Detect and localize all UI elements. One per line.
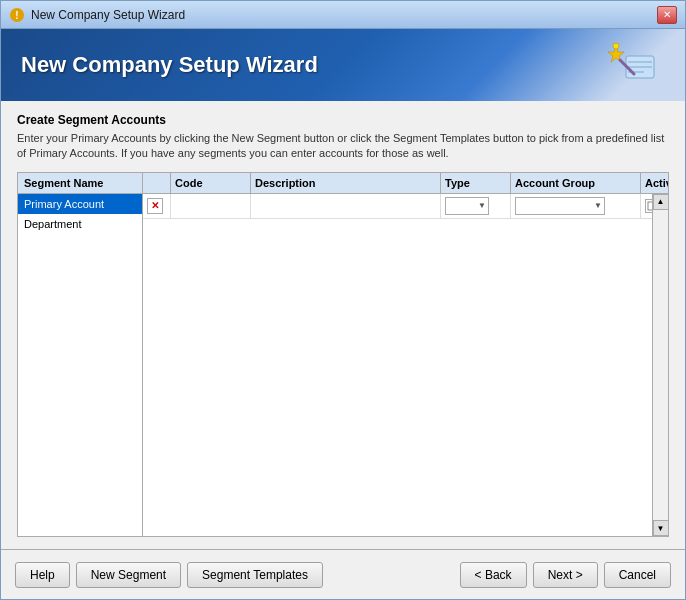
grid-cell-description xyxy=(251,194,441,218)
help-button[interactable]: Help xyxy=(15,562,70,588)
grid-cell-type: ▼ xyxy=(441,194,511,218)
cancel-button[interactable]: Cancel xyxy=(604,562,671,588)
scroll-up-button[interactable]: ▲ xyxy=(653,194,669,210)
active-checkbox[interactable] xyxy=(645,199,652,213)
app-icon: ! xyxy=(9,7,25,23)
grid-cell-code xyxy=(171,194,251,218)
delete-row-button[interactable]: ✕ xyxy=(147,198,163,214)
grid-header-code: Code xyxy=(171,173,251,193)
grid-cell-account-group: ▼ xyxy=(511,194,641,218)
code-input[interactable] xyxy=(175,200,246,212)
scroll-down-button[interactable]: ▼ xyxy=(653,520,669,536)
main-window: ! New Company Setup Wizard ✕ New Company… xyxy=(0,0,686,600)
grid-cell-active xyxy=(641,194,652,218)
grid-rows-area: ✕ ▼ xyxy=(143,194,652,536)
type-dropdown[interactable]: ▼ xyxy=(445,197,489,215)
account-group-dropdown-arrow: ▼ xyxy=(594,201,602,210)
grid-header-active: Active xyxy=(641,173,668,193)
grid-cell-delete: ✕ xyxy=(143,194,171,218)
segment-item-department[interactable]: Department xyxy=(18,214,142,234)
wizard-icon xyxy=(605,37,665,93)
segment-templates-button[interactable]: Segment Templates xyxy=(187,562,323,588)
back-label: < Back xyxy=(475,568,512,582)
svg-text:!: ! xyxy=(15,10,18,21)
main-panel: Segment Name Primary Account Department … xyxy=(17,172,669,537)
table-row: ✕ ▼ xyxy=(143,194,652,219)
segment-list: Segment Name Primary Account Department xyxy=(18,173,143,536)
account-group-dropdown[interactable]: ▼ xyxy=(515,197,605,215)
title-bar-text: New Company Setup Wizard xyxy=(31,8,657,22)
grid-header-delete xyxy=(143,173,171,193)
title-bar: ! New Company Setup Wizard ✕ xyxy=(1,1,685,29)
footer-right: < Back Next > Cancel xyxy=(460,562,671,588)
grid-header: Code Description Type Account Group Acti… xyxy=(143,173,668,194)
vertical-scrollbar[interactable]: ▲ ▼ xyxy=(652,194,668,536)
grid-header-type: Type xyxy=(441,173,511,193)
segment-item-primary-account[interactable]: Primary Account xyxy=(18,194,142,214)
description-input[interactable] xyxy=(255,200,436,212)
content-area: Create Segment Accounts Enter your Prima… xyxy=(1,101,685,549)
grid-area: Code Description Type Account Group Acti… xyxy=(143,173,668,536)
segment-list-header: Segment Name xyxy=(18,173,142,194)
header-title: New Company Setup Wizard xyxy=(21,52,318,78)
footer: Help New Segment Segment Templates < Bac… xyxy=(1,549,685,599)
svg-point-8 xyxy=(613,43,619,49)
type-dropdown-arrow: ▼ xyxy=(478,201,486,210)
close-button[interactable]: ✕ xyxy=(657,6,677,24)
section-title: Create Segment Accounts xyxy=(17,113,669,127)
new-segment-button[interactable]: New Segment xyxy=(76,562,181,588)
grid-header-description: Description xyxy=(251,173,441,193)
grid-header-account-group: Account Group xyxy=(511,173,641,193)
grid-body-container: ✕ ▼ xyxy=(143,194,668,536)
next-label: Next > xyxy=(548,568,583,582)
back-button[interactable]: < Back xyxy=(460,562,527,588)
section-description: Enter your Primary Accounts by clicking … xyxy=(17,131,669,162)
header-banner: New Company Setup Wizard xyxy=(1,29,685,101)
next-button[interactable]: Next > xyxy=(533,562,598,588)
